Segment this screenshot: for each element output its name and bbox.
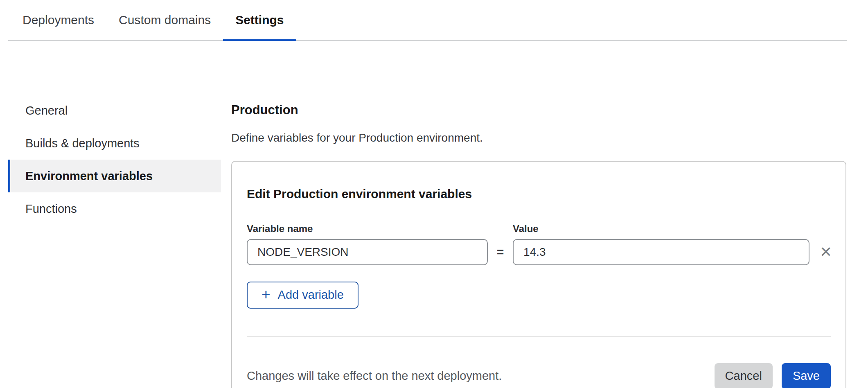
settings-page: Deployments Custom domains Settings Gene… <box>0 0 868 388</box>
card-title: Edit Production environment variables <box>247 187 831 201</box>
sidebar-item-environment-variables[interactable]: Environment variables <box>8 160 221 192</box>
deployment-note: Changes will take effect on the next dep… <box>247 369 715 383</box>
page-title: Production <box>231 103 846 117</box>
tab-custom-domains[interactable]: Custom domains <box>106 0 223 40</box>
cancel-button[interactable]: Cancel <box>715 363 773 388</box>
environment-variables-card: Edit Production environment variables Va… <box>231 161 846 388</box>
card-footer: Changes will take effect on the next dep… <box>247 363 831 388</box>
save-button[interactable]: Save <box>782 363 831 388</box>
value-label: Value <box>513 223 809 235</box>
sidebar-item-general[interactable]: General <box>8 94 221 127</box>
variable-row: = ✕ <box>247 239 831 265</box>
tab-deployments[interactable]: Deployments <box>10 0 106 40</box>
add-variable-label: Add variable <box>278 288 344 302</box>
content-area: General Builds & deployments Environment… <box>0 94 868 388</box>
variable-value-input[interactable] <box>513 239 809 265</box>
add-variable-button[interactable]: + Add variable <box>247 282 358 309</box>
equals-sign: = <box>488 245 513 259</box>
top-tab-bar: Deployments Custom domains Settings <box>8 0 847 41</box>
variable-name-input[interactable] <box>247 239 488 265</box>
main-panel: Production Define variables for your Pro… <box>231 94 846 388</box>
variable-labels-row: Variable name Value <box>247 223 831 235</box>
page-description: Define variables for your Production env… <box>231 131 846 144</box>
sidebar-item-functions[interactable]: Functions <box>8 192 221 225</box>
sidebar-item-builds-deployments[interactable]: Builds & deployments <box>8 127 221 160</box>
remove-variable-button[interactable]: ✕ <box>815 241 836 263</box>
variable-name-label: Variable name <box>247 223 488 235</box>
card-divider <box>247 336 831 337</box>
plus-icon: + <box>262 287 271 302</box>
close-icon: ✕ <box>820 244 832 260</box>
tab-settings[interactable]: Settings <box>223 0 296 40</box>
settings-sidebar: General Builds & deployments Environment… <box>8 94 221 388</box>
